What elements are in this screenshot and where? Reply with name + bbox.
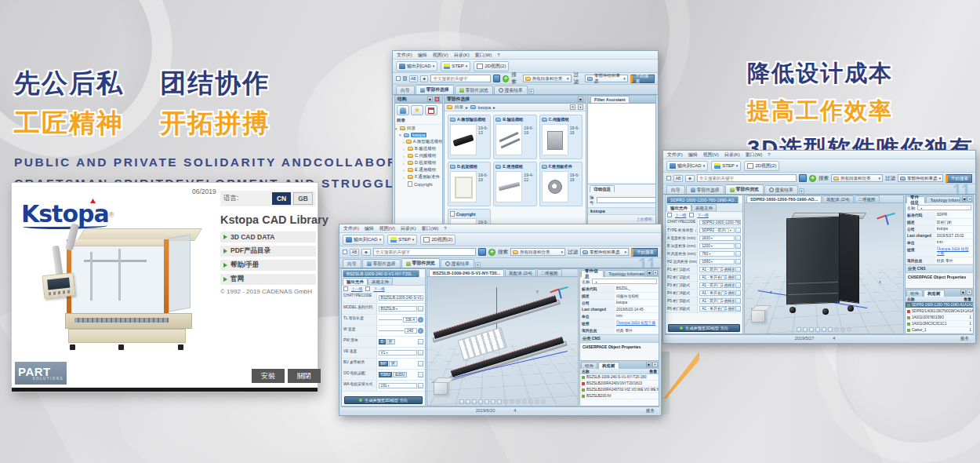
param-value[interactable]: 240 xyxy=(405,328,417,334)
search-input[interactable] xyxy=(373,248,476,256)
menu-edit[interactable]: 编辑 xyxy=(418,52,427,59)
breadcrumb-catalog[interactable]: kstopa xyxy=(478,105,491,110)
edit-button[interactable] xyxy=(418,306,423,312)
start-search-button[interactable]: 开始搜索 xyxy=(946,174,972,183)
catalog-card[interactable]: F.通用标准件 19-6-19 xyxy=(539,162,583,206)
menu-help[interactable]: ? xyxy=(497,53,499,57)
geo-search-mode-button[interactable]: ◈ xyxy=(685,175,695,182)
tree-item-copyright[interactable]: Copyright xyxy=(395,180,442,188)
edit-button[interactable] xyxy=(735,235,741,241)
search-dropdown-button[interactable] xyxy=(478,248,486,256)
search-option-checkbox[interactable] xyxy=(343,250,347,254)
bom-row[interactable]: 1A001/200760139O1 xyxy=(906,315,973,321)
viewport-tool-button[interactable] xyxy=(822,327,826,332)
viewport-2d-tab[interactable]: 二维视图 xyxy=(537,269,562,276)
tree-item[interactable]: ›F.通用标准件 xyxy=(395,173,442,180)
geo-search-mode-button[interactable]: ◈ xyxy=(420,75,429,82)
catalog-card[interactable]: E.通用模组 19-4-22 xyxy=(493,162,536,206)
2d-view-button[interactable]: 2D视图(2) xyxy=(474,61,509,71)
info-icon[interactable] xyxy=(418,328,423,334)
search-option-checkbox[interactable] xyxy=(666,176,671,180)
2d-view-button[interactable]: 2D视图(2) xyxy=(420,235,456,245)
number-input[interactable] xyxy=(597,197,656,203)
search-input[interactable] xyxy=(697,174,797,182)
viewport-assembly-tab[interactable]: 装配体 (2/4) xyxy=(505,269,535,276)
search-input[interactable] xyxy=(430,75,491,82)
topology-tab[interactable]: Topology Information xyxy=(926,196,960,203)
text-search-mode-button[interactable]: AB xyxy=(673,175,683,182)
tab-part-selection[interactable]: 零部件选择 xyxy=(416,85,454,94)
structure-tree-tab[interactable]: 构造树 xyxy=(924,290,945,297)
checkbox[interactable] xyxy=(667,213,672,217)
bom-row[interactable]: Caster_11 xyxy=(906,327,973,334)
tree-item-root[interactable]: ▾目录 xyxy=(395,125,442,132)
add-tab-button[interactable]: + xyxy=(528,89,534,94)
add-tab-button[interactable]: + xyxy=(475,262,481,268)
param-value[interactable]: 336.4 xyxy=(403,317,417,323)
3d-viewport[interactable]: Y xyxy=(427,277,578,406)
export-cad-button[interactable]: 输出到CAD▾ xyxy=(343,235,384,245)
menu-file[interactable]: 文件(F) xyxy=(397,52,412,59)
viewport-tool-button[interactable] xyxy=(459,399,464,404)
bom-row[interactable]: BSZSLB200RA240V1NYT20/1813 xyxy=(580,381,659,387)
favorites-button[interactable]: ★ xyxy=(411,105,423,115)
toggle-option[interactable]: 区 xyxy=(387,339,395,345)
checkbox[interactable] xyxy=(365,286,370,291)
export-cad-button[interactable]: 输出到CAD▾ xyxy=(666,161,708,171)
menu-official-site[interactable]: 官网 xyxy=(220,274,316,285)
catalog-card[interactable]: B.输送模组 19-6-19 xyxy=(493,115,536,159)
edit-button[interactable] xyxy=(735,290,741,296)
part-info-tab[interactable]: 零件信息 xyxy=(581,270,604,277)
start-search-button[interactable]: 开始搜索 xyxy=(630,75,655,83)
components-tab[interactable]: 组件 xyxy=(581,362,597,369)
maximize-panel-button[interactable]: ▣ xyxy=(578,97,583,102)
edit-button[interactable] xyxy=(418,350,423,355)
tab-wizard[interactable]: 向导 xyxy=(343,259,361,268)
history-button[interactable] xyxy=(425,105,437,115)
edit-button[interactable] xyxy=(735,306,741,312)
menu-help[interactable]: ? xyxy=(768,152,770,157)
param-select[interactable]: 1200 xyxy=(699,243,735,249)
viewport-tool-button[interactable] xyxy=(815,327,820,332)
menu-pdf-catalog[interactable]: PDF产品目录 xyxy=(220,246,316,257)
pin-panel-button[interactable]: ▣ xyxy=(646,362,652,367)
subtab-table[interactable]: 表格文件 xyxy=(368,278,393,285)
tab-part-view[interactable]: 零部件浏览 xyxy=(455,86,493,94)
edit-button[interactable] xyxy=(418,383,423,388)
3d-viewport[interactable]: z x xyxy=(745,203,903,334)
slider-track[interactable] xyxy=(379,330,404,331)
view-cube[interactable] xyxy=(434,381,448,395)
viewport-2d-tab[interactable]: 二维视图 xyxy=(855,195,880,202)
view-cube[interactable] xyxy=(751,308,765,323)
2d-view-button[interactable]: 2D视图(2) xyxy=(744,161,779,171)
pin-panel-button[interactable]: ▣ xyxy=(427,97,433,102)
info-icon[interactable] xyxy=(418,317,423,323)
edit-button[interactable] xyxy=(735,251,741,257)
param-select[interactable]: A1 - 双开门1-曲线把手 xyxy=(699,267,735,272)
param-select[interactable]: A1 - 单开右门1-曲线把手 xyxy=(699,290,735,296)
text-search-mode-button[interactable]: AB xyxy=(409,75,418,82)
menu-3d-cad-data[interactable]: 3D CAD DATA xyxy=(220,232,316,242)
name-select[interactable] xyxy=(917,205,971,210)
viewport-tool-button[interactable] xyxy=(485,399,489,404)
catalog-link[interactable]: ©kstopa 3d2d 模型下载 xyxy=(615,320,659,326)
export-cad-button[interactable]: 输出到CAD▾ xyxy=(396,61,437,71)
edit-button[interactable] xyxy=(735,298,741,304)
tab-part-selection[interactable]: 零部件选择 xyxy=(686,185,724,194)
bom-row[interactable]: SDPR2/1A001/200790199OA/1A1A1A1A1A11 xyxy=(906,308,973,315)
viewport-tool-button[interactable] xyxy=(466,399,470,404)
level-down-link[interactable]: 下一级 xyxy=(697,213,708,217)
param-select[interactable]: A1 - 单开右门1-曲线把手 xyxy=(699,275,735,280)
tree-item[interactable]: ›B.输送模组 xyxy=(395,145,442,152)
viewport-model-tab[interactable]: BSZSLB-1009-240-S-V1-NY-T20... xyxy=(429,269,504,276)
step-format-button[interactable]: STEP▾ xyxy=(387,235,417,245)
tab-part-view[interactable]: 零部件浏览 xyxy=(725,184,764,194)
viewport-tool-button[interactable] xyxy=(478,399,483,404)
generate-3d-button[interactable]: 生成并预览3D模型 方向 xyxy=(344,396,423,404)
step-format-button[interactable]: STEP▾ xyxy=(441,61,470,71)
viewport-assembly-tab[interactable]: 装配体 (2/4) xyxy=(822,195,853,202)
edit-button[interactable] xyxy=(418,361,423,366)
add-search-icon[interactable]: + xyxy=(503,75,509,82)
menu-catalog[interactable]: 目录(K) xyxy=(401,225,416,232)
toggle-option[interactable]: NY xyxy=(379,361,389,366)
